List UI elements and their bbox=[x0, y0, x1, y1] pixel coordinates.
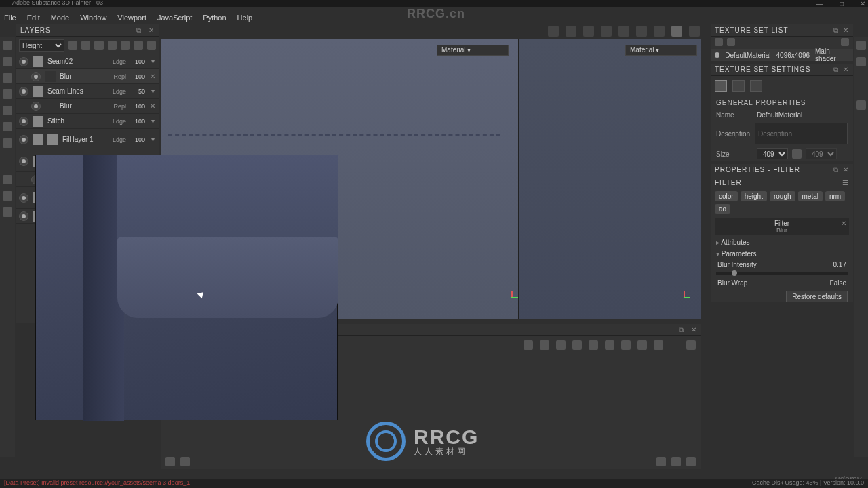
tsl-menu-icon[interactable] bbox=[841, 38, 849, 46]
folder-icon[interactable] bbox=[108, 41, 117, 50]
layer-remove-icon[interactable]: ✕ bbox=[149, 73, 156, 80]
sphere-tool-icon[interactable] bbox=[3, 191, 12, 201]
export-icon[interactable] bbox=[134, 41, 142, 50]
layer-opacity[interactable]: 50 bbox=[130, 88, 145, 95]
tss-tab-props-icon[interactable] bbox=[715, 80, 727, 92]
cube-view-icon[interactable] bbox=[601, 26, 612, 37]
perspective-icon[interactable] bbox=[636, 26, 647, 37]
pattern-tool-icon[interactable] bbox=[3, 207, 12, 217]
asset-tiles-icon[interactable] bbox=[686, 340, 696, 350]
blur-wrap-value[interactable]: False bbox=[830, 279, 846, 287]
tss-undock-icon[interactable]: ⧉ bbox=[833, 66, 839, 73]
brush-tool-icon[interactable] bbox=[3, 41, 12, 50]
layer-row[interactable]: StitchLdge100▾ bbox=[16, 114, 159, 129]
tss-tab-uv-icon[interactable] bbox=[750, 80, 762, 92]
close-icon[interactable]: ✕ bbox=[860, 0, 865, 7]
render-mode-icon[interactable] bbox=[583, 26, 594, 37]
asset-cancel-icon[interactable] bbox=[524, 340, 533, 350]
material-select-left[interactable]: Material ▾ bbox=[437, 45, 509, 56]
asset-shader-icon[interactable] bbox=[621, 340, 631, 350]
minimize-icon[interactable]: — bbox=[816, 0, 823, 7]
maximize-icon[interactable]: □ bbox=[840, 0, 844, 7]
parameters-section[interactable]: Parameters bbox=[711, 248, 853, 260]
chip-height[interactable]: height bbox=[741, 191, 767, 201]
filter-menu-icon[interactable]: ☰ bbox=[842, 179, 849, 186]
polyfill-tool-icon[interactable] bbox=[3, 89, 12, 99]
prop-undock-icon[interactable]: ⧉ bbox=[833, 166, 839, 174]
menu-window[interactable]: Window bbox=[80, 14, 106, 22]
add-mask-icon[interactable] bbox=[81, 41, 90, 50]
camera-icon[interactable] bbox=[618, 26, 629, 37]
assets-box-icon[interactable] bbox=[671, 457, 681, 466]
tss-size-select[interactable]: 4096 bbox=[757, 148, 788, 159]
tss-close-icon[interactable]: ✕ bbox=[843, 66, 849, 73]
chip-metal[interactable]: metal bbox=[798, 191, 823, 201]
restore-defaults-button[interactable]: Restore defaults bbox=[786, 291, 848, 302]
smudge-tool-icon[interactable] bbox=[3, 106, 12, 115]
layer-opacity[interactable]: 100 bbox=[130, 136, 145, 143]
asset-font-icon[interactable] bbox=[654, 340, 663, 350]
iray-icon[interactable] bbox=[654, 26, 665, 37]
lock-icon[interactable] bbox=[792, 149, 802, 159]
undock-assets-icon[interactable]: ⧉ bbox=[679, 326, 684, 333]
chip-nrm[interactable]: nrm bbox=[825, 191, 845, 201]
layer-opacity[interactable]: 100 bbox=[130, 58, 145, 65]
texture-set-row[interactable]: DefaultMaterial 4096x4096 Main shader bbox=[711, 49, 853, 61]
blur-intensity-slider[interactable] bbox=[716, 272, 848, 275]
tss-desc-input[interactable] bbox=[755, 123, 848, 144]
material-select-right[interactable]: Material ▾ bbox=[625, 45, 697, 56]
refresh-icon[interactable] bbox=[121, 41, 130, 50]
paint-tool-icon[interactable] bbox=[94, 41, 103, 50]
viewport-2d[interactable]: Material ▾ bbox=[518, 39, 701, 319]
visibility-toggle-icon[interactable] bbox=[19, 211, 28, 221]
tsl-undock-icon[interactable]: ⧉ bbox=[833, 26, 839, 34]
layer-remove-icon[interactable]: ✕ bbox=[149, 102, 156, 110]
attributes-section[interactable]: Attributes bbox=[711, 237, 853, 248]
channel-select[interactable]: Height bbox=[19, 39, 64, 52]
menu-javascript[interactable]: JavaScript bbox=[157, 14, 192, 22]
eraser-tool-icon[interactable] bbox=[3, 57, 12, 66]
asset-brush-icon[interactable] bbox=[605, 340, 614, 350]
tsl-eye2-icon[interactable] bbox=[727, 38, 735, 46]
chip-color[interactable]: color bbox=[715, 191, 738, 201]
menu-help[interactable]: Help bbox=[237, 14, 253, 22]
material-picker-icon[interactable] bbox=[3, 138, 12, 148]
menu-viewport[interactable]: Viewport bbox=[117, 14, 146, 22]
asset-smart-icon[interactable] bbox=[556, 340, 566, 350]
visibility-toggle-icon[interactable] bbox=[19, 117, 28, 126]
tsl-close-icon[interactable]: ✕ bbox=[843, 26, 849, 34]
visibility-toggle-icon[interactable] bbox=[19, 157, 28, 166]
cube-tool-icon[interactable] bbox=[3, 175, 12, 184]
layer-remove-icon[interactable]: ▾ bbox=[149, 136, 156, 143]
chip-rough[interactable]: rough bbox=[770, 191, 795, 201]
filter-clear-icon[interactable]: ✕ bbox=[841, 220, 846, 227]
layer-row[interactable]: Fill layer 1Ldge100▾ bbox=[16, 129, 159, 150]
pause-icon[interactable] bbox=[566, 26, 576, 37]
layer-remove-icon[interactable]: ▾ bbox=[149, 87, 156, 95]
visibility-toggle-icon[interactable] bbox=[31, 72, 41, 81]
slider-handle[interactable] bbox=[732, 270, 737, 276]
projection-tool-icon[interactable] bbox=[3, 73, 12, 83]
layer-blend[interactable]: Ldge bbox=[106, 58, 126, 65]
layer-opacity[interactable]: 100 bbox=[130, 73, 145, 80]
assets-refresh-icon[interactable] bbox=[656, 457, 666, 466]
layer-row[interactable]: BlurRepl100✕ bbox=[16, 99, 159, 114]
layer-row[interactable]: Seam LinesLdge50▾ bbox=[16, 84, 159, 99]
assets-add-icon[interactable] bbox=[686, 457, 696, 466]
tsl-eye-icon[interactable] bbox=[715, 38, 723, 46]
asset-grid-icon[interactable] bbox=[637, 340, 647, 350]
layer-row[interactable]: BlurRepl100✕ bbox=[16, 69, 159, 84]
clone-tool-icon[interactable] bbox=[3, 122, 12, 131]
assets-view1-icon[interactable] bbox=[165, 457, 175, 466]
layer-opacity[interactable]: 100 bbox=[130, 118, 145, 125]
layer-blend[interactable]: Repl bbox=[106, 73, 126, 80]
filter-selector[interactable]: Filter Blur ✕ bbox=[715, 218, 849, 235]
layer-blend[interactable]: Ldge bbox=[106, 88, 126, 95]
layer-blend[interactable]: Repl bbox=[106, 103, 126, 110]
layer-blend[interactable]: Ldge bbox=[106, 118, 126, 125]
layer-remove-icon[interactable]: ▾ bbox=[149, 58, 156, 65]
close-assets-icon[interactable]: ✕ bbox=[691, 326, 697, 333]
tss-size-select-2[interactable]: 4096 bbox=[806, 148, 837, 159]
visibility-toggle-icon[interactable] bbox=[19, 193, 28, 203]
layer-remove-icon[interactable]: ▾ bbox=[149, 117, 156, 125]
